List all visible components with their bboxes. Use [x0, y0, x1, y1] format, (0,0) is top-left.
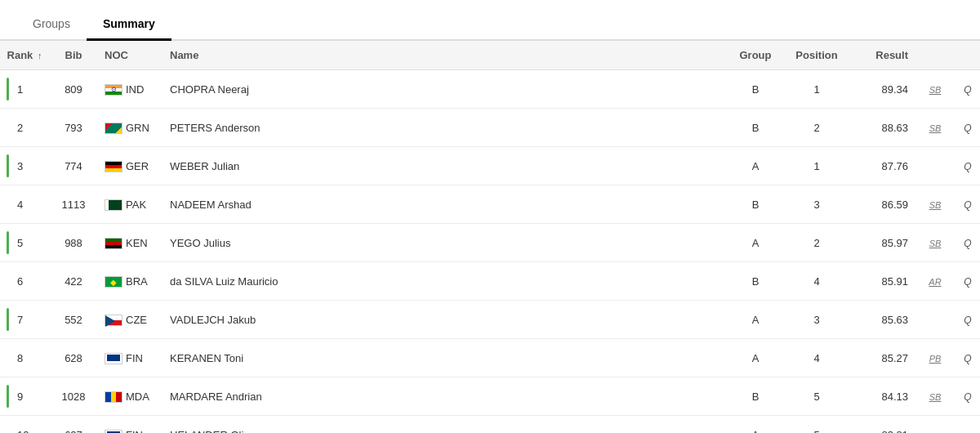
- position-cell: 5: [784, 416, 849, 434]
- results-table: Rank ↑ Bib NOC Name Group Position Resul…: [0, 41, 980, 433]
- group-cell: B: [727, 185, 784, 224]
- badge-cell: SB: [915, 70, 956, 109]
- qualification-cell: Q: [956, 262, 980, 301]
- position-cell: 4: [784, 339, 849, 377]
- name-cell: VADLEJCH Jakub: [163, 301, 727, 339]
- rank-cell: 3: [0, 147, 49, 185]
- bib-cell: 1113: [49, 185, 98, 224]
- noc-cell: GRN: [98, 109, 163, 147]
- table-row: 8628FINKERANEN ToniA485.27PBQ: [0, 339, 980, 377]
- noc-cell: BRA: [98, 262, 163, 301]
- badge-cell: PB: [915, 339, 956, 377]
- name-cell: WEBER Julian: [163, 147, 727, 185]
- name-cell: MARDARE Andrian: [163, 377, 727, 416]
- name-cell: HELANDER Oliver: [163, 416, 727, 434]
- badge-cell: [915, 416, 956, 434]
- badge-cell: SB: [915, 109, 956, 147]
- bib-cell: 1028: [49, 377, 98, 416]
- sort-arrow-rank[interactable]: ↑: [38, 51, 42, 60]
- name-cell: NADEEM Arshad: [163, 185, 727, 224]
- table-row: 10627FINHELANDER OliverA583.81q: [0, 416, 980, 434]
- group-cell: A: [727, 339, 784, 377]
- bib-cell: 793: [49, 109, 98, 147]
- qualification-cell: Q: [956, 109, 980, 147]
- result-cell: 86.59: [849, 185, 915, 224]
- noc-cell: MDA: [98, 377, 163, 416]
- table-header: Rank ↑ Bib NOC Name Group Position Resul…: [0, 41, 980, 70]
- table-container: Rank ↑ Bib NOC Name Group Position Resul…: [0, 41, 980, 433]
- qualification-badge: Q: [964, 123, 971, 134]
- result-cell: 83.81: [849, 416, 915, 434]
- rank-cell: 10: [0, 416, 49, 434]
- bib-cell: 628: [49, 339, 98, 377]
- badge-cell: [915, 147, 956, 185]
- flag-icon: [105, 238, 122, 249]
- qualification-badge: Q: [964, 276, 971, 288]
- col-bib: Bib: [49, 41, 98, 70]
- qualification-cell: Q: [956, 185, 980, 224]
- noc-code: GER: [126, 160, 149, 172]
- flag-icon: [105, 123, 122, 134]
- result-cell: 87.76: [849, 147, 915, 185]
- group-cell: B: [727, 70, 784, 109]
- noc-code: MDA: [126, 391, 149, 403]
- rank-value: 8: [17, 352, 23, 364]
- flag-icon: [105, 315, 122, 326]
- qualification-badge: Q: [964, 238, 971, 249]
- table-body: 1809INDCHOPRA NeerajB189.34SBQ2793GRNPET…: [0, 70, 980, 434]
- badge-cell: SB: [915, 377, 956, 416]
- record-badge: PB: [929, 354, 942, 364]
- noc-code: GRN: [126, 122, 149, 134]
- col-name: Name: [163, 41, 727, 70]
- noc-cell: FIN: [98, 339, 163, 377]
- rank-value: 7: [17, 314, 23, 326]
- bib-cell: 988: [49, 224, 98, 262]
- rank-cell: 7: [0, 301, 49, 339]
- name-cell: PETERS Anderson: [163, 109, 727, 147]
- position-cell: 2: [784, 224, 849, 262]
- group-cell: B: [727, 262, 784, 301]
- group-cell: B: [727, 377, 784, 416]
- qualification-badge: Q: [964, 353, 971, 364]
- rank-cell: 9: [0, 377, 49, 416]
- noc-cell: IND: [98, 70, 163, 109]
- badge-cell: SB: [915, 185, 956, 224]
- noc-cell: KEN: [98, 224, 163, 262]
- record-badge: SB: [929, 200, 942, 210]
- col-result: Result: [849, 41, 915, 70]
- noc-code: BRA: [126, 275, 148, 288]
- tab-groups[interactable]: Groups: [16, 9, 87, 41]
- result-cell: 85.91: [849, 262, 915, 301]
- noc-code: CZE: [126, 314, 147, 326]
- qualification-cell: Q: [956, 147, 980, 185]
- flag-icon: [105, 161, 122, 172]
- table-row: 2793GRNPETERS AndersonB288.63SBQ: [0, 109, 980, 147]
- group-cell: A: [727, 224, 784, 262]
- flag-icon: [105, 199, 122, 211]
- rank-value: 2: [17, 122, 23, 134]
- rank-value: 9: [17, 391, 23, 403]
- qualification-badge: Q: [964, 391, 971, 403]
- flag-icon: [105, 353, 122, 364]
- col-rank: Rank ↑: [0, 41, 49, 70]
- flag-icon: [105, 84, 122, 96]
- result-cell: 85.97: [849, 224, 915, 262]
- noc-cell: FIN: [98, 416, 163, 434]
- result-cell: 89.34: [849, 70, 915, 109]
- table-row: 1809INDCHOPRA NeerajB189.34SBQ: [0, 70, 980, 109]
- position-cell: 2: [784, 109, 849, 147]
- tab-summary[interactable]: Summary: [87, 9, 172, 41]
- qualification-badge: Q: [964, 84, 971, 96]
- position-cell: 1: [784, 70, 849, 109]
- table-row: 6422BRAda SILVA Luiz MauricioB485.91ARQ: [0, 262, 980, 301]
- col-q: [956, 41, 980, 70]
- position-cell: 3: [784, 301, 849, 339]
- flag-icon: [105, 276, 122, 288]
- noc-code: PAK: [126, 199, 146, 211]
- bib-cell: 627: [49, 416, 98, 434]
- badge-cell: AR: [915, 262, 956, 301]
- group-cell: A: [727, 301, 784, 339]
- rank-cell: 1: [0, 70, 49, 109]
- result-cell: 85.63: [849, 301, 915, 339]
- col-position: Position: [784, 41, 849, 70]
